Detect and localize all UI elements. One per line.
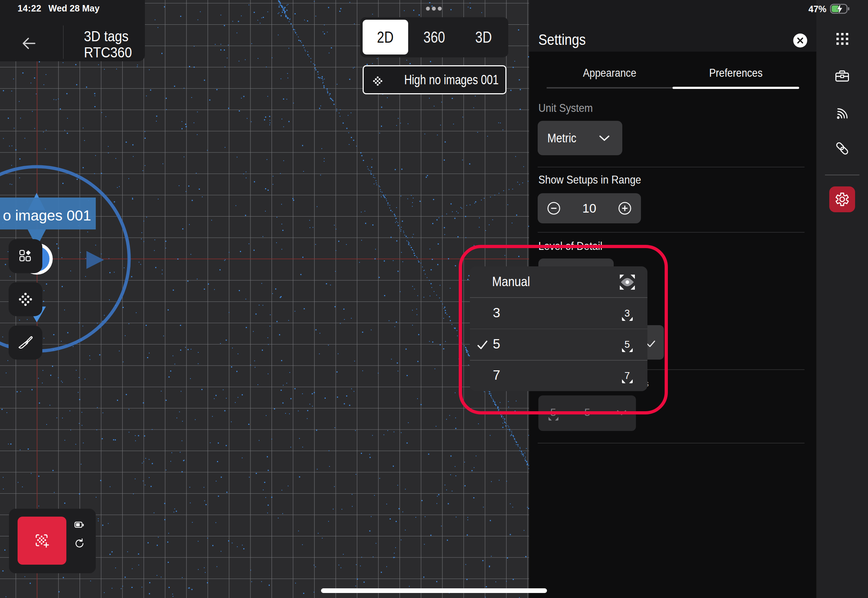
svg-text:o images 001: o images 001 — [3, 207, 91, 224]
